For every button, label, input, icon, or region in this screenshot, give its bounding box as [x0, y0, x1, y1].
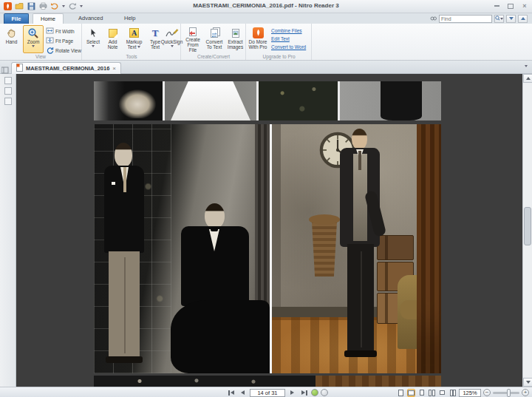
- ribbon-group-upgrade: Do More With Pro Combine Files Edit Text…: [247, 24, 312, 60]
- next-view-button[interactable]: [321, 389, 328, 396]
- status-bar: 14 of 31 125% − +: [0, 387, 532, 397]
- scrollbar-thumb[interactable]: [524, 207, 531, 245]
- page-thumbnails-icon[interactable]: [4, 77, 12, 84]
- previous-view-button[interactable]: [311, 389, 318, 396]
- ribbon-tab-row: File Home Advanced Help: [0, 13, 532, 24]
- magnifier-icon: [27, 27, 39, 39]
- extract-images-icon: [232, 27, 239, 39]
- single-page-view-icon[interactable]: [397, 389, 405, 397]
- quicksign-button[interactable]: QuickSign: [163, 25, 181, 53]
- tab-advanced[interactable]: Advanced: [71, 13, 110, 24]
- tab-home[interactable]: Home: [33, 13, 64, 24]
- brown-curtain: [417, 124, 441, 373]
- window-controls: ×: [492, 2, 529, 10]
- type-text-icon: [152, 27, 159, 39]
- comments-panel-icon[interactable]: [4, 98, 12, 105]
- bookmarks-icon[interactable]: [4, 87, 12, 95]
- pdf-page-next: [94, 376, 441, 387]
- zoom-slider[interactable]: [493, 392, 519, 394]
- zoom-level-indicator[interactable]: 125%: [459, 389, 481, 397]
- nitro-pro-flame-icon: [253, 27, 264, 39]
- file-menu-button[interactable]: File: [4, 13, 29, 24]
- vertical-scrollbar[interactable]: [522, 74, 532, 387]
- save-icon[interactable]: [27, 1, 35, 10]
- rotate-view-icon: [46, 47, 54, 55]
- book-view-icon[interactable]: [449, 389, 457, 397]
- nitro-logo-icon[interactable]: [3, 1, 12, 10]
- edit-text-link[interactable]: Edit Text: [271, 35, 306, 42]
- create-pdf-icon: [189, 27, 197, 37]
- page-indicator[interactable]: 14 of 31: [250, 389, 285, 397]
- photo-groom-hand: [94, 81, 163, 121]
- sticky-note-icon: [109, 27, 117, 39]
- convert-pages-icon: [211, 27, 218, 39]
- zoom-tool-button[interactable]: Zoom: [23, 25, 44, 53]
- undo-icon[interactable]: [50, 1, 59, 10]
- navigation-panel-strip: [0, 74, 16, 387]
- seated-man-tuxedo: [181, 226, 249, 306]
- find-previous-button[interactable]: [518, 15, 528, 23]
- open-file-icon[interactable]: [15, 1, 24, 10]
- standing-man-trousers: [109, 251, 140, 359]
- standing-man-jacket: [104, 166, 144, 253]
- convert-to-text-button[interactable]: Convert To Text: [204, 25, 225, 53]
- fit-width-view-icon[interactable]: [407, 389, 415, 397]
- qat-customize-icon[interactable]: [80, 5, 83, 7]
- hand-icon: [6, 27, 17, 39]
- convert-to-word-link[interactable]: Convert to Word: [271, 44, 306, 50]
- sidebar-toggle-icon[interactable]: [1, 64, 9, 71]
- ribbon: Hand Zoom Fit Width Fit Page Rotate V: [0, 24, 532, 61]
- search-options-icon: [500, 18, 503, 20]
- tab-options-icon[interactable]: [525, 65, 528, 67]
- continuous-view-icon[interactable]: [428, 389, 436, 397]
- zoom-in-button[interactable]: +: [522, 389, 529, 396]
- last-page-button[interactable]: [299, 389, 309, 397]
- page-navigation: 14 of 31: [226, 388, 328, 397]
- close-button[interactable]: ×: [520, 2, 529, 10]
- photo-suit-legs: [340, 81, 441, 121]
- zoom-dropdown-icon: [32, 45, 35, 47]
- markup-text-button[interactable]: Markup Text: [123, 25, 145, 53]
- previous-page-button[interactable]: [238, 389, 248, 397]
- zoom-out-button[interactable]: −: [483, 389, 491, 396]
- tab-help[interactable]: Help: [117, 13, 143, 24]
- redo-icon[interactable]: [68, 1, 77, 10]
- find-next-button[interactable]: [506, 15, 516, 23]
- tab-close-icon[interactable]: ×: [112, 66, 116, 72]
- scroll-up-button[interactable]: [523, 74, 532, 83]
- fit-page-icon: [46, 37, 54, 44]
- wicker-stool: [309, 214, 340, 279]
- facing-pages-view-icon[interactable]: [438, 389, 446, 397]
- minimize-button[interactable]: [492, 2, 501, 10]
- hand-tool-button[interactable]: Hand: [1, 25, 21, 53]
- fit-page-button[interactable]: Fit Page: [46, 36, 73, 45]
- document-tab-bar: MAESTRAMI_CERIMONIA_2016 ×: [0, 61, 532, 74]
- seated-man-legs: [171, 300, 270, 373]
- next-page-button[interactable]: [287, 389, 297, 397]
- zoom-slider-handle[interactable]: [507, 389, 511, 397]
- photo-night-street: [259, 81, 338, 121]
- photo-bride-dress: [165, 81, 256, 121]
- find-input[interactable]: [439, 15, 492, 23]
- select-tool-button[interactable]: Select: [84, 25, 102, 53]
- bow-tie: [211, 228, 218, 231]
- combine-files-link[interactable]: Combine Files: [271, 27, 306, 34]
- fit-page-view-icon[interactable]: [417, 389, 426, 397]
- extract-images-button[interactable]: Extract Images: [225, 25, 245, 53]
- fit-width-button[interactable]: Fit Width: [46, 27, 75, 35]
- pdf-document-icon: [16, 64, 23, 73]
- print-icon[interactable]: [38, 1, 47, 10]
- search-icon[interactable]: [494, 15, 504, 23]
- zoom-controls: 125% − +: [397, 388, 529, 397]
- add-note-button[interactable]: Add Note: [103, 25, 122, 53]
- do-more-with-pro-button[interactable]: Do More With Pro: [248, 25, 268, 53]
- create-from-file-button[interactable]: Create From File: [183, 25, 203, 53]
- document-tab[interactable]: MAESTRAMI_CERIMONIA_2016 ×: [11, 62, 121, 74]
- quick-access-toolbar: [3, 1, 83, 10]
- maximize-button[interactable]: [506, 2, 515, 10]
- undo-dropdown-icon[interactable]: [62, 5, 65, 7]
- cursor-icon: [89, 27, 98, 39]
- first-page-button[interactable]: [226, 389, 236, 397]
- select-dropdown-icon: [92, 45, 95, 47]
- scroll-down-button[interactable]: [523, 378, 532, 387]
